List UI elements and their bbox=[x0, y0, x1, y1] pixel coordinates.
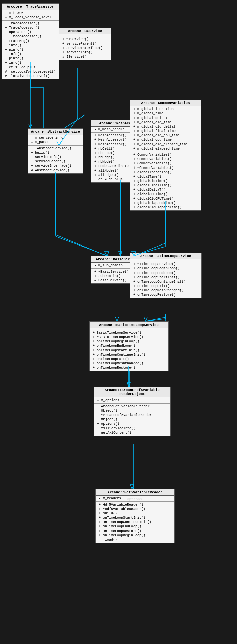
box-common-variables-methods: + CommonVariables() + CommonVariables() … bbox=[130, 152, 201, 210]
box-abstract-service-title: Arcane::AbstractService bbox=[28, 129, 83, 135]
member: + ~TraceAccessor() bbox=[4, 34, 57, 39]
options-label: options bbox=[127, 497, 142, 501]
box-trace-accessor: Arccore::TraceAccessor - m_trace - m_loc… bbox=[2, 3, 59, 79]
member: et 15 de plus... bbox=[4, 65, 57, 70]
member: + Hdf5VariableReader() bbox=[97, 503, 173, 507]
member: + onTimeLoopEndLoop() bbox=[91, 344, 167, 348]
member: + onTimeLoopContinueInit() bbox=[132, 280, 200, 284]
member: # AbstractService() bbox=[30, 168, 81, 173]
member: + m_global_iteration bbox=[132, 107, 199, 111]
member: + build() bbox=[30, 151, 81, 155]
member: + info() bbox=[4, 61, 57, 65]
box-arcane-hdf5-variable-reader-object: Arcane::ArcaneHdf5Variable ReaderObject … bbox=[94, 387, 171, 436]
svg-marker-31 bbox=[105, 252, 109, 256]
diagram-container: Arccore::TraceAccessor - m_trace - m_loc… bbox=[0, 0, 237, 644]
member: + m_global_deltat bbox=[132, 116, 199, 120]
member: + m_global_cpu_time bbox=[132, 138, 199, 142]
member: - m_parent bbox=[30, 140, 81, 145]
member: + globalDeltaT() bbox=[132, 188, 199, 192]
member: + pinfo() bbox=[4, 56, 57, 61]
svg-marker-38 bbox=[115, 317, 119, 321]
box-common-variables: Arcane::CommonVariables + m_global_itera… bbox=[130, 100, 201, 211]
member: + m_global_old_elapsed_time bbox=[132, 142, 199, 147]
member: + m_global_old_deltat bbox=[132, 125, 199, 129]
member: + TraceAccessor() bbox=[4, 26, 57, 30]
svg-line-16 bbox=[145, 317, 165, 321]
member: + globalTime() bbox=[132, 175, 199, 179]
member: + info() bbox=[4, 52, 57, 56]
member: + onTimeLoopEndLoop() bbox=[97, 524, 173, 529]
member: + onTimeLoopExit() bbox=[91, 357, 167, 361]
member: + globalCPUTime() bbox=[132, 192, 199, 197]
member: + globalOldTime() bbox=[132, 179, 199, 183]
box-basic-time-loop-service: Arcane::BasicTimeLoopService + BasicTime… bbox=[89, 321, 169, 371]
member: + serviceInterface() bbox=[61, 46, 109, 50]
box-abstract-service-fields: - m_service_info - m_parent bbox=[28, 135, 83, 146]
member: + onTimeLoopRestore() bbox=[132, 293, 200, 297]
member: + onTimeLoopRestore() bbox=[97, 529, 173, 533]
member: + serviceInfo() bbox=[61, 50, 109, 55]
box-basic-time-loop-service-title: Arcane::BasicTimeLoopService bbox=[90, 322, 168, 328]
member: + onTimeLoopStartInit() bbox=[97, 516, 173, 520]
box-trace-accessor-title: Arccore::TraceAccessor bbox=[2, 4, 59, 10]
box-trace-accessor-fields: - m_trace - m_local_verbose_level bbox=[2, 10, 59, 21]
box-common-variables-fields: + m_global_iteration + m_global_time + m… bbox=[130, 106, 201, 152]
member: + options() bbox=[96, 422, 169, 426]
box-arcane-hdf5-methods: + ArcaneHdf5VariableReader Object() + ~A… bbox=[94, 404, 170, 436]
member: + traceMng() bbox=[4, 39, 57, 43]
member: + ~ITimeLoopService() bbox=[132, 262, 200, 266]
member: + TraceAccessor() bbox=[4, 21, 57, 26]
box-itime-loop-service-methods: + ~ITimeLoopService() + onTimeLoopBeginL… bbox=[130, 261, 201, 298]
member: + CommonVariables() bbox=[132, 157, 199, 161]
member: + ~CommonVariables() bbox=[132, 166, 199, 170]
member: + globalOldCPUTime() bbox=[132, 197, 199, 201]
member: + onTimeLoopBeginLoop() bbox=[97, 533, 173, 538]
member: + globalOldElapsedTime() bbox=[132, 205, 199, 210]
member: # IService() bbox=[61, 55, 109, 59]
svg-marker-33 bbox=[119, 252, 122, 256]
member: + build() bbox=[97, 511, 173, 516]
svg-line-5 bbox=[64, 115, 85, 128]
box-iservice: Arcane::IService + ~IService() + service… bbox=[59, 28, 111, 60]
member: + onTimeLoopStartInit() bbox=[132, 275, 200, 280]
member: - _load() bbox=[97, 538, 173, 542]
member: + onTimeLoopContinueInit() bbox=[97, 520, 173, 524]
member: - getAxlContent() bbox=[96, 431, 169, 435]
member: + operator=() bbox=[4, 30, 57, 34]
svg-line-8 bbox=[56, 236, 108, 256]
member: + onTimeLoopExit() bbox=[132, 284, 200, 288]
member: + onTimeLoopRestore() bbox=[91, 366, 167, 370]
member: + serviceInterface() bbox=[30, 164, 81, 168]
box-arcane-hdf5-variable-reader-object-title: Arcane::ArcaneHdf5Variable ReaderObject bbox=[94, 387, 170, 397]
member: + CommonVariables() bbox=[132, 153, 199, 157]
member: + globalIteration() bbox=[132, 170, 199, 175]
member: # _setLocalVerboseLevel() bbox=[4, 70, 57, 74]
member: + onTimeLoopBeginLoop() bbox=[132, 266, 200, 271]
svg-marker-41 bbox=[144, 317, 147, 321]
member: + globalFinalTime() bbox=[132, 183, 199, 188]
svg-marker-45 bbox=[130, 485, 134, 489]
member: + CommonVariables() bbox=[132, 161, 199, 166]
member: + fillServiceInfo() bbox=[96, 426, 169, 431]
member: + m_global_time bbox=[132, 111, 199, 116]
member: + globalElapsedTime() bbox=[132, 201, 199, 205]
member: + serviceInfo() bbox=[30, 155, 81, 159]
member: + onTimeLoopEndLoop() bbox=[132, 271, 200, 275]
svg-line-30 bbox=[56, 235, 107, 256]
box-trace-accessor-methods: + TraceAccessor() + TraceAccessor() + op… bbox=[2, 21, 59, 79]
member: - m_options bbox=[96, 398, 169, 403]
member: + ~AbstractService() bbox=[30, 146, 81, 151]
member: + info() bbox=[4, 43, 57, 48]
box-hdf5-variable-reader-title: Arcane::Hdf5VariableReader bbox=[96, 489, 174, 496]
box-itime-loop-service-title: Arcane::ITimeLoopService bbox=[130, 253, 201, 259]
member: + onTimeLoopStartInit() bbox=[91, 348, 167, 353]
member: Object() bbox=[96, 409, 169, 413]
member: # _localVerboseLevel() bbox=[4, 74, 57, 78]
member: + onTimeLoopContinueInit() bbox=[91, 353, 167, 357]
member: - m_trace bbox=[4, 11, 57, 15]
member: + serviceParent() bbox=[61, 42, 109, 46]
member: + ~BasicTimeLoopService() bbox=[91, 335, 167, 339]
box-iservice-methods: + ~IService() + serviceParent() + servic… bbox=[59, 36, 111, 60]
svg-marker-43 bbox=[127, 382, 130, 387]
member: + pinfo() bbox=[4, 48, 57, 52]
